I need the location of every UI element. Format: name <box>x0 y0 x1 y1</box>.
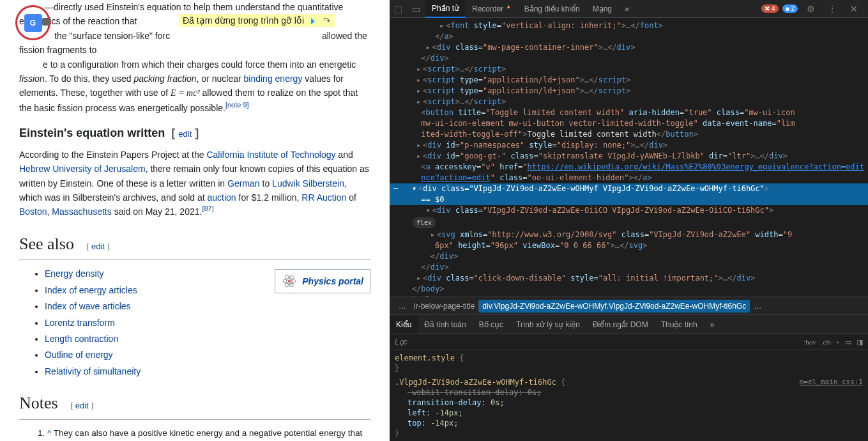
element-style-selector: element.style <box>395 353 455 362</box>
heading-einstein-equation-written: Einstein's equation written [ edit ] <box>19 124 370 143</box>
breadcrumb-ellipsis-end[interactable]: … <box>750 300 765 313</box>
breadcrumb-active[interactable]: div.VlpgJd-ZVi9od-aZ2wEe-wOHMyf.VlpgJd-Z… <box>478 300 750 313</box>
tab-styles[interactable]: Kiểu <box>390 316 418 334</box>
devtools-pane: ⬚ ▭ Phần tử Recorder ▲ Bảng điều khiển M… <box>390 0 868 441</box>
list-item: Index of wave articles <box>45 299 370 313</box>
link-lorentz-transform[interactable]: Lorentz transform <box>45 318 115 328</box>
link-hebrew-university[interactable]: Hebrew University of Jerusalem <box>19 164 146 174</box>
heading-notes: Notes [ edit ] <box>19 390 370 420</box>
tab-more[interactable]: » <box>618 1 636 17</box>
link-rr-auction[interactable]: RR Auction <box>301 192 346 203</box>
link-auction[interactable]: auction <box>207 192 236 203</box>
link-boston[interactable]: Boston, Massachusetts <box>19 206 112 217</box>
tab-dom-breakpoints[interactable]: Điểm ngắt DOM <box>586 316 655 334</box>
italic-fission: fission <box>19 74 45 84</box>
resume-icon[interactable]: ⏵ <box>309 15 318 26</box>
ref-87[interactable]: [87] <box>202 205 213 213</box>
heading-see-also: See also [ edit ] <box>19 231 370 261</box>
link-length-contraction[interactable]: Length contraction <box>45 334 118 344</box>
link-binding-energy[interactable]: binding energy <box>244 74 303 84</box>
google-translate-icon: G <box>24 14 42 32</box>
css-prop[interactable]: -webkit-transition-delay <box>407 388 518 397</box>
tab-elements[interactable]: Phần tử <box>425 0 466 18</box>
step-over-icon[interactable]: ↷ <box>323 15 331 26</box>
error-badge[interactable]: ✖ 4 <box>761 4 778 13</box>
gear-icon[interactable]: ⚙ <box>802 4 819 14</box>
breadcrumb-ellipsis[interactable]: … <box>395 300 410 313</box>
tab-layout[interactable]: Bố cục <box>473 316 510 334</box>
link-energy-density[interactable]: Energy density <box>45 268 104 279</box>
styles-tab-bar: Kiểu Đã tính toán Bố cục Trình xử lý sự … <box>390 314 868 334</box>
ref-note-9[interactable]: [note 9] <box>225 101 249 109</box>
debugger-paused-text: Đã tạm dừng trong trình gỡ lỗi <box>183 15 304 26</box>
dom-selected-node[interactable]: ⋯ ▾<div class="VIpgJd-ZVi9od-aZ2wEe-wOHM… <box>390 183 868 194</box>
device-toggle-icon[interactable]: ▭ <box>407 4 425 14</box>
note-item: ^ They can also have a positive kinetic … <box>47 426 370 441</box>
backlink[interactable]: ^ <box>47 428 51 438</box>
list-item: Relativity of simultaneity <box>45 364 370 378</box>
debugger-paused-banner: Đã tạm dừng trong trình gỡ lỗi ⏵ ↷ <box>179 14 335 27</box>
flex-badge[interactable]: flex <box>413 217 436 228</box>
notes-list: ^ They can also have a positive kinetic … <box>19 426 370 441</box>
edit-section-link[interactable]: edit <box>75 401 89 410</box>
tab-recorder[interactable]: Recorder ▲ <box>466 1 518 17</box>
href-url[interactable]: https://en.wikipedia.org/wiki/Mass%E2%80… <box>528 162 864 171</box>
text: e to a configuration from which their ch… <box>43 59 356 70</box>
dom-tree[interactable]: ▸<font style="vertical-align: inherit;">… <box>390 18 868 297</box>
inspect-element-icon[interactable]: ⬚ <box>390 4 407 14</box>
edit-section-link[interactable]: edit <box>178 129 192 139</box>
list-item: Length contraction <box>45 332 370 346</box>
text: the "surface tension-like" forc <box>54 31 170 41</box>
link-german[interactable]: German <box>227 178 260 189</box>
formula-emc2: E = mc² <box>171 88 200 98</box>
computed-styles-icon[interactable]: ▭ <box>845 338 851 346</box>
more-icon[interactable]: ⋮ <box>823 4 841 14</box>
translate-badge[interactable]: G <box>15 5 50 40</box>
add-rule-icon[interactable]: + <box>836 338 840 346</box>
link-ludwik-silberstein[interactable]: Ludwik Silberstein <box>272 178 344 189</box>
link-outline-of-energy[interactable]: Outline of energy <box>45 350 113 360</box>
css-prop[interactable]: top <box>407 419 422 428</box>
devtools-main-toolbar: ⬚ ▭ Phần tử Recorder ▲ Bảng điều khiển M… <box>390 0 868 18</box>
button-text: Toggle limited content width <box>528 130 657 139</box>
link-index-energy-articles[interactable]: Index of energy articles <box>45 285 137 295</box>
link-caltech[interactable]: California Institute of Technology <box>206 150 335 160</box>
tab-console[interactable]: Bảng điều khiển <box>518 1 586 17</box>
filter-input[interactable] <box>395 337 798 346</box>
edit-section-link[interactable]: edit <box>91 242 105 251</box>
link-relativity-simultaneity[interactable]: Relativity of simultaneity <box>45 366 141 376</box>
article-pane: G Đã tạm dừng trong trình gỡ lỗi ⏵ ↷ —di… <box>0 0 390 441</box>
tab-more-styles[interactable]: » <box>704 316 721 334</box>
sidebar-toggle-icon[interactable]: ◨ <box>857 338 863 346</box>
physics-portal-link[interactable]: Physics portal <box>302 274 363 288</box>
tab-properties[interactable]: Thuộc tính <box>655 316 704 334</box>
tab-network[interactable]: Mạng <box>586 1 618 17</box>
styles-filter-bar: :hov .cls + ▭ ◨ <box>390 334 868 350</box>
cls-toggle[interactable]: .cls <box>821 338 831 346</box>
close-icon[interactable]: ✕ <box>845 4 863 14</box>
dom-breadcrumb[interactable]: … ir-below-page-title div.VlpgJd-ZVi9od-… <box>390 297 868 314</box>
link-index-wave-articles[interactable]: Index of wave articles <box>45 301 131 311</box>
physics-portal-box[interactable]: Physics portal <box>275 269 370 293</box>
tab-computed[interactable]: Đã tính toán <box>418 316 472 334</box>
paragraph-einstein-papers: According to the Einstein Papers Project… <box>19 148 370 219</box>
article-body: —directly used Einstein's equation to he… <box>19 0 370 441</box>
italic-packing-fraction: packing fraction <box>134 74 197 84</box>
css-prop[interactable]: left <box>407 408 426 417</box>
css-selector: .VlpgJd-ZVi9od-aZ2wEe-wOHMyf-ti6hGc <box>395 378 556 387</box>
tab-event-listeners[interactable]: Trình xử lý sự kiện <box>510 316 586 334</box>
svg-point-3 <box>288 280 291 282</box>
breadcrumb-item[interactable]: ir-below-page-title <box>410 300 478 313</box>
info-badge[interactable]: ■ 2 <box>782 4 798 13</box>
css-source-link[interactable]: m=el_main css:1 <box>800 377 863 387</box>
atom-icon <box>282 274 297 289</box>
styles-rules[interactable]: element.style { } .VlpgJd-ZVi9od-aZ2wEe-… <box>390 350 868 441</box>
hov-toggle[interactable]: :hov <box>803 338 816 346</box>
css-prop[interactable]: transition-delay <box>407 398 482 407</box>
list-item: Lorentz transform <box>45 316 370 330</box>
list-item: Outline of energy <box>45 348 370 362</box>
